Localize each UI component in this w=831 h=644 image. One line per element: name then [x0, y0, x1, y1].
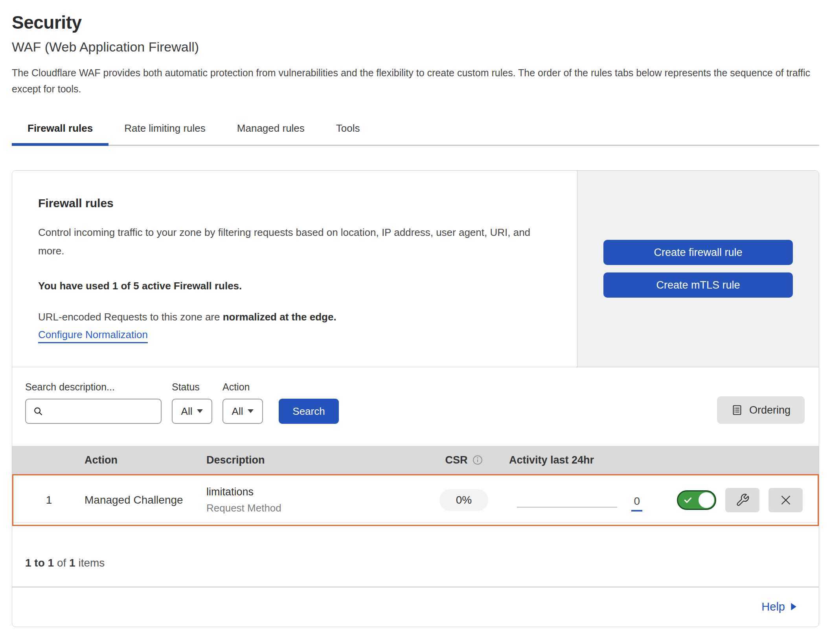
normalization-bold: normalized at the edge.: [223, 311, 336, 323]
search-icon: [32, 405, 44, 417]
table-footer: 1 to 1 of 1 items: [12, 526, 819, 587]
firewall-rules-panel: Firewall rules Control incoming traffic …: [12, 170, 819, 627]
status-label: Status: [172, 381, 212, 393]
configure-normalization-link[interactable]: Configure Normalization: [38, 329, 148, 343]
tab-tools[interactable]: Tools: [320, 115, 376, 145]
chevron-down-icon: [248, 409, 254, 413]
usage-text: You have used 1 of 5 active Firewall rul…: [38, 280, 553, 292]
edit-rule-button[interactable]: [725, 488, 759, 512]
waf-tabs: Firewall rules Rate limiting rules Manag…: [12, 115, 819, 146]
header-action: Action: [85, 454, 206, 466]
rule-description: limitations: [206, 486, 419, 498]
normalization-prefix: URL-encoded Requests to this zone are: [38, 311, 223, 323]
ordering-button[interactable]: Ordering: [717, 396, 805, 424]
search-box: [25, 399, 162, 424]
cta-rail: Create firewall rule Create mTLS rule: [577, 171, 819, 367]
create-mtls-rule-button[interactable]: Create mTLS rule: [603, 272, 793, 298]
rule-activity-cell: 0: [509, 492, 649, 508]
items-of-text: of: [54, 557, 69, 569]
delete-rule-button[interactable]: [768, 488, 803, 512]
info-icon[interactable]: [472, 455, 483, 465]
header-description: Description: [206, 454, 419, 466]
create-firewall-rule-button[interactable]: Create firewall rule: [603, 240, 793, 265]
filter-bar: Search description... Status All: [12, 367, 819, 446]
rule-action: Managed Challenge: [85, 494, 206, 506]
check-icon: [683, 495, 693, 505]
action-filter-group: Action All: [222, 381, 263, 424]
action-select-value: All: [232, 405, 243, 418]
action-select[interactable]: All: [222, 399, 263, 424]
card-title: Firewall rules: [38, 197, 553, 210]
normalization-text: URL-encoded Requests to this zone are no…: [38, 311, 553, 323]
action-label: Action: [222, 381, 263, 393]
chevron-down-icon: [197, 409, 203, 413]
items-label: items: [75, 557, 105, 569]
page-description: The Cloudflare WAF provides both automat…: [12, 65, 819, 97]
ordering-list-icon: [731, 404, 743, 416]
search-description-label: Search description...: [25, 381, 162, 393]
help-row: Help: [12, 587, 819, 627]
wrench-icon: [735, 493, 750, 507]
csr-badge: 0%: [439, 489, 488, 511]
page-subtitle: WAF (Web Application Firewall): [12, 39, 819, 55]
search-description-group: Search description...: [25, 381, 162, 424]
ordering-button-label: Ordering: [749, 404, 791, 416]
page-title: Security: [12, 12, 819, 33]
search-button[interactable]: Search: [279, 399, 339, 424]
panel-top-section: Firewall rules Control incoming traffic …: [12, 171, 819, 367]
firewall-rules-info: Firewall rules Control incoming traffic …: [12, 171, 577, 367]
help-link[interactable]: Help: [761, 600, 797, 613]
tab-rate-limiting-rules[interactable]: Rate limiting rules: [108, 115, 221, 145]
tab-managed-rules[interactable]: Managed rules: [221, 115, 320, 145]
status-select[interactable]: All: [172, 399, 212, 424]
rule-description-sub: Request Method: [206, 502, 419, 514]
rule-description-cell: limitations Request Method: [206, 486, 419, 514]
rule-enabled-toggle[interactable]: [677, 490, 716, 510]
close-icon: [779, 493, 792, 507]
rule-csr-cell: 0%: [419, 489, 509, 511]
table-row: 1 Managed Challenge limitations Request …: [12, 474, 819, 526]
status-select-value: All: [181, 405, 193, 418]
help-link-label: Help: [761, 600, 785, 613]
header-activity: Activity last 24hr: [509, 454, 649, 466]
security-page: Security WAF (Web Application Firewall) …: [0, 0, 831, 627]
search-input[interactable]: [48, 399, 180, 423]
header-csr: CSR: [419, 454, 509, 466]
items-total: 1: [69, 557, 75, 569]
header-csr-label: CSR: [445, 454, 467, 466]
rule-controls: [649, 488, 818, 512]
activity-count-link[interactable]: 0: [631, 495, 642, 512]
status-filter-group: Status All: [172, 381, 212, 424]
rules-table-header: Action Description CSR Activity last 24h…: [12, 446, 819, 474]
items-range: 1 to 1: [25, 557, 54, 569]
tab-firewall-rules[interactable]: Firewall rules: [12, 115, 108, 145]
play-arrow-icon: [791, 603, 797, 611]
activity-sparkline: [517, 507, 617, 508]
toggle-knob: [699, 492, 714, 508]
row-inner-divider: [13, 522, 818, 523]
card-description: Control incoming traffic to your zone by…: [38, 223, 549, 260]
rule-priority: 1: [13, 494, 85, 506]
